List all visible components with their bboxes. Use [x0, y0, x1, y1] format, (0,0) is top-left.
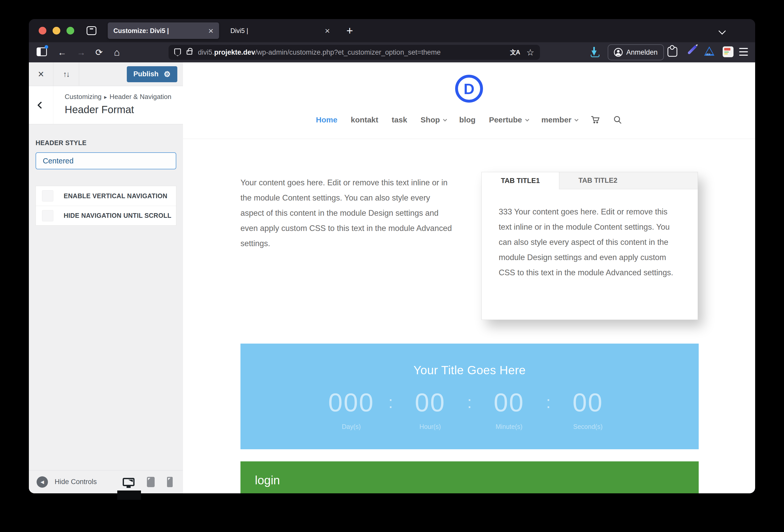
gear-icon[interactable]: ⚙ — [164, 69, 171, 79]
zoom-window-button[interactable] — [66, 27, 74, 34]
customizer-footer: ◀ Hide Controls — [29, 470, 183, 493]
tab-title1[interactable]: TAB TITLE1 — [482, 172, 559, 189]
preview-tablet-button[interactable] — [147, 477, 155, 487]
lock-icon[interactable] — [187, 50, 192, 55]
browser-toolbar: ← → ⟳ ⌂ divi5.projekte.dev/wp-admin/cust… — [29, 42, 755, 62]
header-style-label: HEADER STYLE — [35, 139, 183, 147]
countdown-colon: : — [382, 389, 399, 415]
chevron-down-icon — [575, 117, 579, 121]
countdown-colon: : — [461, 389, 478, 415]
site-content: Your content goes here. Edit or remove t… — [183, 139, 755, 493]
close-tab-icon[interactable]: × — [325, 26, 330, 35]
section-header: Customizing▸Header & Navigation Header F… — [29, 86, 183, 124]
tab-divi5[interactable]: Divi5 | × — [225, 22, 336, 39]
countdown-minutes: 00 Minute(s) — [478, 389, 540, 430]
tab-title: Divi5 | — [230, 27, 321, 34]
hide-controls-label[interactable]: Hide Controls — [55, 478, 110, 486]
countdown-days: 000 Day(s) — [320, 389, 382, 430]
account-signin-button[interactable]: Anmelden — [608, 44, 664, 60]
search-icon[interactable] — [613, 115, 622, 124]
nav-item-home[interactable]: Home — [316, 115, 337, 124]
new-tab-button[interactable]: + — [346, 24, 353, 38]
site-header: D Home kontakt task Shop blog Peertube m… — [183, 62, 755, 139]
window-controls — [39, 27, 74, 34]
tracking-shield-icon[interactable] — [174, 49, 181, 56]
checkbox[interactable] — [42, 210, 53, 221]
preview-mobile-button[interactable] — [167, 477, 173, 487]
nav-item-member[interactable]: member — [541, 115, 578, 124]
home-button[interactable]: ⌂ — [114, 48, 120, 57]
countdown-colon: : — [540, 389, 557, 415]
account-icon — [614, 48, 623, 57]
axe-devtools-icon[interactable]: ax — [704, 47, 716, 57]
divi-logo[interactable]: D — [455, 75, 483, 103]
countdown-seconds: 00 Second(s) — [557, 389, 619, 430]
tabs-module: TAB TITLE1 TAB TITLE2 333 Your content g… — [481, 172, 698, 320]
browser-tab-bar: Customize: Divi5 | × Divi5 | × + — [29, 19, 755, 42]
collapse-controls-icon[interactable]: ◀ — [36, 476, 48, 488]
tab-content: 333 Your content goes here. Edit or remo… — [482, 189, 698, 280]
countdown-title: Your Title Goes Here — [241, 343, 699, 377]
tab-customize-divi5[interactable]: Customize: Divi5 | × — [108, 22, 219, 39]
firefox-view-icon[interactable] — [87, 26, 96, 35]
toggle-label: HIDE NAVIGATION UNTIL SCROLL — [64, 212, 171, 219]
toggle-group: ENABLE VERTICAL NAVIGATION HIDE NAVIGATI… — [35, 186, 176, 226]
countdown-hours: 00 Hour(s) — [399, 389, 461, 430]
url-bar[interactable]: divi5.projekte.dev/wp-admin/customize.ph… — [169, 45, 540, 60]
list-all-tabs-chevron-down-icon[interactable] — [719, 27, 726, 34]
menu-hamburger-icon[interactable] — [739, 48, 748, 56]
toggle-hide-navigation-until-scroll[interactable]: HIDE NAVIGATION UNTIL SCROLL — [36, 206, 176, 225]
header-style-select[interactable]: Centered — [35, 152, 176, 169]
translate-icon[interactable]: 文A — [510, 48, 520, 56]
downloads-icon[interactable] — [591, 47, 600, 57]
toggle-vertical-navigation[interactable]: ENABLE VERTICAL NAVIGATION — [36, 186, 176, 206]
clipper-extension-icon[interactable] — [723, 47, 733, 57]
login-section: login — [241, 461, 699, 493]
browser-window: Customize: Divi5 | × Divi5 | × + ← → ⟳ ⌂… — [29, 19, 755, 493]
forward-button[interactable]: → — [77, 48, 86, 57]
minimize-window-button[interactable] — [53, 27, 60, 34]
close-window-button[interactable] — [39, 27, 47, 34]
back-section-button[interactable] — [29, 86, 53, 124]
publish-label: Publish — [134, 70, 159, 78]
active-device-underline — [117, 491, 141, 500]
nav-item-shop[interactable]: Shop — [421, 115, 446, 124]
close-tab-icon[interactable]: × — [208, 26, 214, 35]
back-button[interactable]: ← — [58, 48, 66, 57]
checkbox[interactable] — [42, 190, 53, 201]
pen-extension-icon[interactable] — [688, 45, 697, 55]
extensions-icon[interactable] — [668, 47, 677, 57]
main-navigation: Home kontakt task Shop blog Peertube mem… — [183, 115, 755, 124]
chevron-down-icon — [443, 117, 447, 121]
nav-item-peertube[interactable]: Peertube — [489, 115, 528, 124]
preview-desktop-button[interactable] — [123, 478, 135, 486]
customizer-sidebar: × ↑↓ Publish ⚙ Customizing▸Header & Navi… — [29, 62, 183, 493]
sidebar-toggle-icon[interactable] — [36, 48, 47, 56]
site-preview: D Home kontakt task Shop blog Peertube m… — [183, 62, 755, 493]
page-title: Header Format — [65, 104, 171, 115]
url-text: divi5.projekte.dev/wp-admin/customize.ph… — [198, 49, 510, 56]
bookmark-star-icon[interactable]: ☆ — [527, 47, 534, 57]
intro-paragraph: Your content goes here. Edit or remove t… — [241, 175, 454, 251]
signin-label: Anmelden — [626, 49, 658, 56]
customizer-top-controls: × ↑↓ Publish ⚙ — [29, 62, 183, 86]
reload-button[interactable]: ⟳ — [95, 48, 103, 57]
cart-icon[interactable] — [591, 116, 600, 124]
publish-button[interactable]: Publish ⚙ — [127, 66, 177, 82]
close-customizer-button[interactable]: × — [29, 62, 53, 86]
countdown-timer: 000 Day(s) : 00 Hour(s) : 00 Minute(s) — [241, 389, 699, 430]
countdown-section: Your Title Goes Here 000 Day(s) : 00 Hou… — [241, 343, 699, 449]
breadcrumb: Customizing▸Header & Navigation — [65, 93, 171, 101]
chevron-left-icon — [37, 101, 45, 109]
nav-item-blog[interactable]: blog — [459, 115, 476, 124]
nav-item-kontakt[interactable]: kontakt — [351, 115, 379, 124]
toggle-label: ENABLE VERTICAL NAVIGATION — [64, 192, 167, 200]
chevron-down-icon — [525, 117, 529, 121]
tab-title: Customize: Divi5 | — [113, 27, 205, 34]
breadcrumb-separator: ▸ — [104, 94, 107, 100]
nav-item-task[interactable]: task — [392, 115, 407, 124]
login-heading: login — [255, 473, 280, 487]
tab-title2[interactable]: TAB TITLE2 — [559, 172, 637, 189]
import-export-icon[interactable]: ↑↓ — [53, 62, 79, 86]
